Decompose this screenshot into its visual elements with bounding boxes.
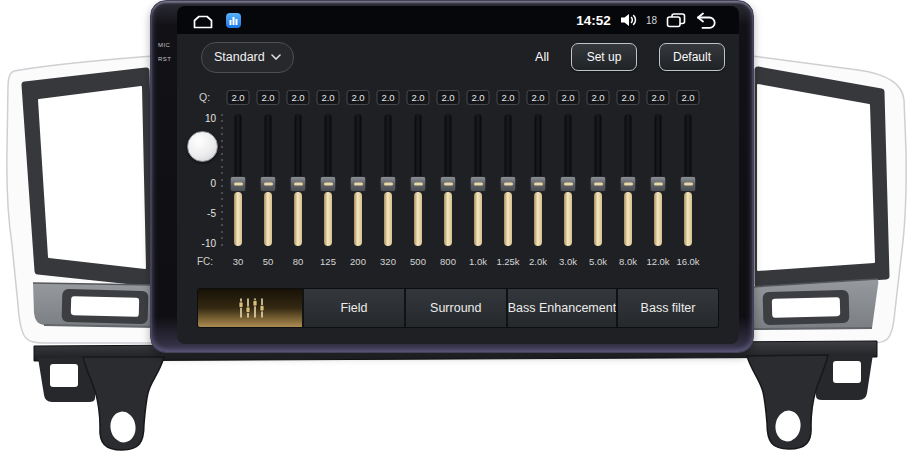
rst-pinhole-label: RST (158, 56, 178, 62)
trim-right-wing (752, 56, 906, 343)
q-value[interactable]: 2.0 (497, 90, 520, 105)
slider-track-upper (385, 114, 392, 180)
slider-handle[interactable] (560, 176, 577, 192)
back-icon[interactable] (695, 12, 717, 29)
slider-track-lower (414, 192, 422, 246)
tab-field[interactable]: Field (302, 289, 404, 327)
slider-handle[interactable] (440, 176, 457, 192)
fc-row-label: FC: (197, 256, 213, 267)
home-icon[interactable] (191, 12, 215, 29)
q-value[interactable]: 2.0 (617, 90, 640, 105)
tab-bass-filter[interactable]: Bass filter (616, 289, 718, 327)
eq-band: 2.0 320 (373, 90, 403, 272)
q-value[interactable]: 2.0 (257, 90, 280, 105)
slider-handle[interactable] (470, 176, 487, 192)
slider-track-lower (354, 192, 362, 246)
slider-handle[interactable] (260, 176, 277, 192)
music-app-icon[interactable] (226, 13, 241, 28)
band-slider[interactable] (469, 114, 487, 246)
eq-band: 2.0 80 (283, 90, 313, 272)
eq-band: 2.0 1.0k (463, 90, 493, 272)
eq-band: 2.0 1.25k (493, 90, 523, 272)
q-value[interactable]: 2.0 (437, 90, 460, 105)
slider-track-upper (235, 114, 242, 180)
slider-track-lower (234, 192, 242, 246)
tab-bass-enhancement[interactable]: Bass Enhancement (506, 289, 616, 327)
slider-track-lower (444, 192, 452, 246)
q-value[interactable]: 2.0 (407, 90, 430, 105)
q-row-label: Q: (199, 91, 210, 103)
eq-band: 2.0 12.0k (643, 90, 673, 272)
q-value[interactable]: 2.0 (647, 90, 670, 105)
eq-band: 2.0 3.0k (553, 90, 583, 272)
eq-band: 2.0 200 (343, 90, 373, 272)
slider-handle[interactable] (410, 176, 427, 192)
all-button[interactable]: All (535, 50, 549, 64)
slider-track-upper (415, 114, 422, 180)
band-slider[interactable] (559, 114, 577, 246)
slider-track-upper (535, 114, 542, 180)
band-slider[interactable] (259, 114, 277, 246)
slider-handle[interactable] (290, 176, 307, 192)
tab-surround[interactable]: Surround (404, 289, 506, 327)
slider-track-upper (595, 114, 602, 180)
band-slider[interactable] (229, 114, 247, 246)
q-value[interactable]: 2.0 (347, 90, 370, 105)
slider-track-lower (594, 192, 602, 246)
slider-handle[interactable] (350, 176, 367, 192)
scale-tick: 10 (196, 113, 216, 124)
bands-container: 2.0 30 2.0 (223, 90, 703, 272)
slider-track-lower (504, 192, 512, 246)
preset-dropdown[interactable]: Standard (201, 42, 294, 73)
slider-handle[interactable] (680, 176, 697, 192)
equalizer-panel: Q: 10 5 0 -5 -10 FC: 2.0 (197, 90, 703, 272)
band-slider[interactable] (319, 114, 337, 246)
slider-handle[interactable] (650, 176, 667, 192)
band-slider[interactable] (499, 114, 517, 246)
slider-handle[interactable] (530, 176, 547, 192)
slider-track-lower (564, 192, 572, 246)
eq-band: 2.0 16.0k (673, 90, 703, 272)
slider-handle[interactable] (590, 176, 607, 192)
band-slider[interactable] (439, 114, 457, 246)
q-value[interactable]: 2.0 (227, 90, 250, 105)
band-slider[interactable] (289, 114, 307, 246)
tab-equalizer-active[interactable] (198, 289, 302, 327)
set-up-button[interactable]: Set up (571, 43, 637, 71)
q-value[interactable]: 2.0 (677, 90, 700, 105)
q-value[interactable]: 2.0 (527, 90, 550, 105)
trim-left-switch-cutout (62, 289, 149, 324)
slider-track-upper (325, 114, 332, 180)
head-unit: MIC RST (150, 0, 754, 353)
scale-tick: 0 (196, 178, 216, 189)
q-value[interactable]: 2.0 (587, 90, 610, 105)
q-value[interactable]: 2.0 (317, 90, 340, 105)
band-slider[interactable] (409, 114, 427, 246)
slider-track-lower (654, 192, 662, 246)
q-value[interactable]: 2.0 (377, 90, 400, 105)
band-slider[interactable] (379, 114, 397, 246)
slider-track-upper (655, 114, 662, 180)
slider-track-upper (355, 114, 362, 180)
band-slider[interactable] (619, 114, 637, 246)
band-slider[interactable] (349, 114, 367, 246)
band-slider[interactable] (679, 114, 697, 246)
mic-pinhole-label: MIC (158, 42, 178, 48)
band-slider[interactable] (529, 114, 547, 246)
q-value[interactable]: 2.0 (557, 90, 580, 105)
band-slider[interactable] (589, 114, 607, 246)
eq-band: 2.0 800 (433, 90, 463, 272)
band-slider[interactable] (649, 114, 667, 246)
q-value[interactable]: 2.0 (287, 90, 310, 105)
scale-column: Q: 10 5 0 -5 -10 FC: (197, 90, 223, 272)
default-button[interactable]: Default (659, 43, 725, 71)
floating-knob-button[interactable] (187, 131, 218, 162)
q-value[interactable]: 2.0 (467, 90, 490, 105)
screen: 14:52 18 (177, 6, 739, 344)
slider-handle[interactable] (500, 176, 517, 192)
slider-handle[interactable] (230, 176, 247, 192)
slider-handle[interactable] (380, 176, 397, 192)
slider-handle[interactable] (620, 176, 637, 192)
recent-apps-icon[interactable] (666, 12, 686, 28)
slider-handle[interactable] (320, 176, 337, 192)
